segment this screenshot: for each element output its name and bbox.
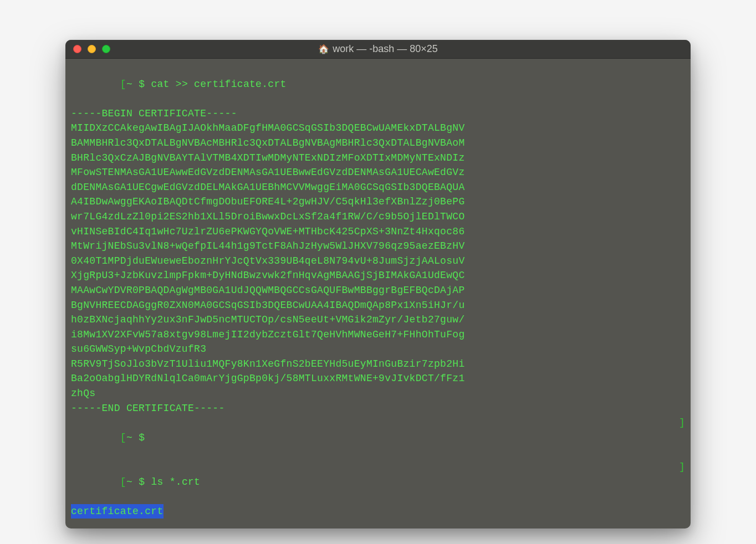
prompt-open-bracket: [ — [120, 79, 126, 90]
prompt-path: ~ — [126, 476, 139, 487]
certificate-line: MIIDXzCCAkegAwIBAgIJAOkhMaaDFgfHMA0GCSqG… — [71, 121, 685, 136]
prompt-close-bracket: ] — [679, 415, 685, 460]
terminal-body[interactable]: [~ $ cat >> certificate.crt -----BEGIN C… — [65, 59, 691, 528]
prompt-line-cat: [~ $ cat >> certificate.crt — [71, 62, 685, 106]
certificate-line: MtWrijNEbSu3vlN8+wQefpIL44h1g9TctF8AhJzH… — [71, 239, 685, 254]
certificate-line: MFowSTENMAsGA1UEAwwEdGVzdDENMAsGA1UEBwwE… — [71, 165, 685, 180]
ls-result-file: certificate.crt — [71, 504, 164, 519]
ls-output-line: certificate.crt — [71, 504, 685, 519]
certificate-line: 0X40T1MPDjduEWueweEboznHrYJcQtVx339UB4qe… — [71, 254, 685, 269]
certificate-line: BgNVHREECDAGggR0ZXN0MA0GCSqGSIb3DQEBCwUA… — [71, 298, 685, 313]
maximize-window-button[interactable] — [102, 45, 110, 53]
window-title-text: work — -bash — 80×25 — [333, 43, 438, 55]
prompt-close-bracket: ] — [679, 460, 685, 504]
certificate-line: MAAwCwYDVR0PBAQDAgWgMB0GA1UdJQQWMBQGCCsG… — [71, 283, 685, 298]
terminal-window: 🏠 work — -bash — 80×25 [~ $ cat >> certi… — [65, 40, 691, 528]
prompt-path: ~ — [126, 432, 139, 443]
close-window-button[interactable] — [73, 45, 81, 53]
command-ls: ls *.crt — [151, 476, 200, 487]
certificate-line: dDENMAsGA1UECgwEdGVzdDELMAkGA1UEBhMCVVMw… — [71, 180, 685, 195]
window-title: 🏠 work — -bash — 80×25 — [65, 43, 691, 55]
prompt-open-bracket: [ — [120, 476, 126, 487]
certificate-line: A4IBDwAwggEKAoIBAQDtCfmgDObuEFORE4L+2gwH… — [71, 194, 685, 209]
certificate-line: wr7LG4zdLzZl0pi2ES2hb1XLl5DroiBwwxDcLxSf… — [71, 209, 685, 224]
certificate-line: zhQs — [71, 386, 685, 401]
certificate-line: Ba2oOabglHDYRdNlqlCa0mArYjgGpBp0kj/58MTL… — [71, 371, 685, 386]
command-cat: cat >> certificate.crt — [151, 79, 286, 90]
prompt-symbol: $ — [139, 79, 151, 90]
prompt-open-bracket: [ — [120, 432, 126, 443]
certificate-line: R5RV9TjSoJlo3bVzT1Uliu1MQFy8Kn1XeGfnS2bE… — [71, 357, 685, 372]
certificate-line: h0zBXNcjaqhhYy2ux3nFJwD5ncMTUCTOp/csN5ee… — [71, 312, 685, 327]
home-icon: 🏠 — [318, 44, 329, 54]
certificate-line: i8Mw1XV2XFvW57a8xtgv98LmejII2dybZcztGlt7… — [71, 327, 685, 342]
minimize-window-button[interactable] — [88, 45, 96, 53]
prompt-symbol: $ — [139, 432, 151, 443]
prompt-line-ls: [~ $ ls *.crt ] — [71, 460, 685, 504]
certificate-line: XjgRpU3+JzbKuvzlmpFpkm+DyHNdBwzvwk2fnHqv… — [71, 268, 685, 283]
certificate-line: vHINSeBIdC4Iq1wHc7UzlrZU6ePKWGYQoVWE+MTH… — [71, 224, 685, 239]
title-bar: 🏠 work — -bash — 80×25 — [65, 40, 691, 59]
certificate-begin: -----BEGIN CERTIFICATE----- — [71, 106, 685, 121]
certificate-line: su6GWWSyp+WvpCbdVzufR3 — [71, 342, 685, 357]
traffic-lights — [65, 45, 110, 53]
certificate-line: BAMMBHRlc3QxDTALBgNVBAcMBHRlc3QxDTALBgNV… — [71, 136, 685, 151]
prompt-symbol: $ — [139, 476, 151, 487]
certificate-line: BHRlc3QxCzAJBgNVBAYTAlVTMB4XDTIwMDMyNTEx… — [71, 151, 685, 166]
prompt-line-empty: [~ $ ] — [71, 415, 685, 460]
prompt-path: ~ — [126, 79, 139, 90]
certificate-end: -----END CERTIFICATE----- — [71, 401, 685, 416]
